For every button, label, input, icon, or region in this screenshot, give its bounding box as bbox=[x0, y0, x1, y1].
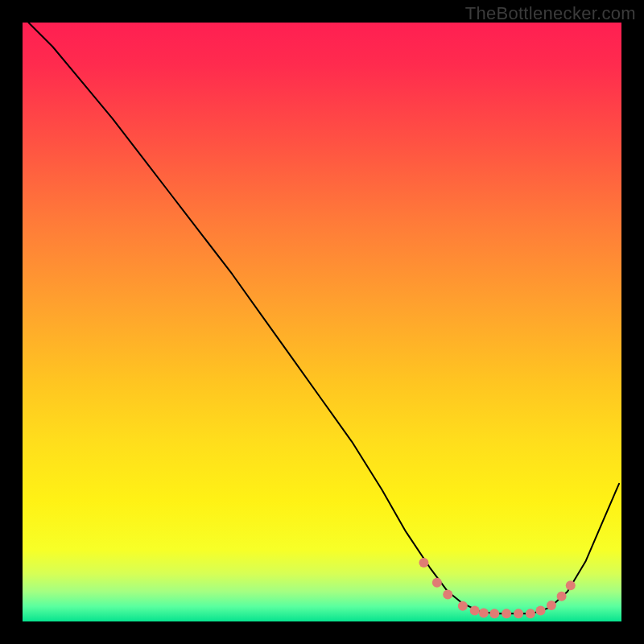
valley-dot bbox=[514, 609, 523, 618]
chart-canvas: TheBottlenecker.com bbox=[0, 0, 644, 644]
valley-dot bbox=[458, 601, 468, 611]
valley-dot bbox=[502, 609, 511, 618]
chart-svg bbox=[23, 23, 621, 621]
valley-dot bbox=[557, 592, 567, 601]
valley-dot bbox=[526, 609, 535, 618]
valley-dot bbox=[432, 578, 442, 588]
valley-dot bbox=[470, 606, 480, 616]
plot-area bbox=[23, 23, 621, 621]
valley-dot bbox=[489, 609, 499, 618]
valley-dot bbox=[479, 609, 489, 618]
valley-dot bbox=[566, 580, 576, 590]
valley-dot bbox=[547, 601, 556, 610]
valley-dot bbox=[419, 558, 428, 568]
valley-dot bbox=[536, 606, 546, 616]
valley-dot bbox=[443, 590, 452, 600]
watermark-text: TheBottlenecker.com bbox=[465, 3, 636, 24]
heatmap-background bbox=[23, 23, 621, 621]
